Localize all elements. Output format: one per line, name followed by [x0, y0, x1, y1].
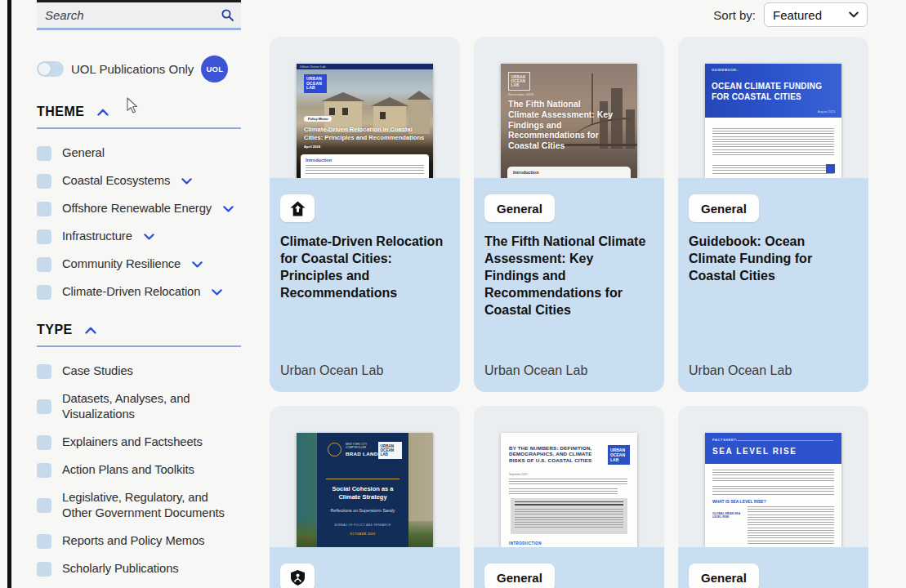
publication-title: Guidebook: Ocean Climate Funding for Coa…: [689, 233, 855, 284]
nyc-comptroller-seal: [328, 443, 341, 457]
uol-logo-badge: UOL: [201, 56, 228, 82]
checkbox[interactable]: [37, 285, 51, 300]
section-divider: [37, 127, 241, 129]
type-filter-legislative[interactable]: Legislative, Regulatory, and Other Gover…: [37, 490, 241, 521]
type-filter-case-studies[interactable]: Case Studies: [37, 363, 241, 379]
filters-sidebar: UOL Publications Only UOL THEME General …: [37, 0, 241, 30]
cover-image-climate-driven-relocation: Urban Ocean Lab URBAN OCEAN LAB Policy M…: [297, 64, 433, 178]
type-filter-scholarly[interactable]: Scholarly Publications: [37, 561, 241, 577]
checkbox[interactable]: [37, 364, 51, 379]
publication-title: The Fifth National Climate Assessment: K…: [484, 233, 650, 318]
type-section-header[interactable]: TYPE: [37, 321, 241, 339]
cover-image-funding-guidebook: GUIDEBOOK: OCEAN CLIMATE FUNDING FOR COA…: [705, 64, 841, 178]
checkbox[interactable]: [37, 562, 51, 577]
card-body: General: [678, 547, 868, 588]
publication-card-ocean-climate-funding-guidebook[interactable]: GUIDEBOOK: OCEAN CLIMATE FUNDING FOR COA…: [678, 37, 868, 392]
theme-filter-climate-driven-relocation[interactable]: Climate-Driven Relocation: [37, 284, 241, 300]
uol-publications-toggle-row: UOL Publications Only UOL: [37, 56, 241, 82]
chevron-down-icon[interactable]: [223, 206, 234, 212]
checkbox[interactable]: [37, 399, 51, 414]
publication-card-fifth-national-climate-assessment[interactable]: URBAN OCEAN LAB November 2023 The Fifth …: [474, 37, 664, 392]
publications-grid: Urban Ocean Lab URBAN OCEAN LAB Policy M…: [270, 37, 868, 588]
search-input[interactable]: [37, 2, 241, 28]
theme-section-header[interactable]: THEME: [37, 103, 241, 121]
card-cover-area: URBAN OCEAN LAB November 2023 The Fifth …: [474, 37, 664, 178]
uol-logo-small: [826, 164, 835, 173]
checkbox[interactable]: [37, 534, 51, 549]
sort-dropdown[interactable]: Featured: [764, 2, 868, 27]
publication-title: Climate-Driven Relocation for Coastal Ci…: [280, 233, 446, 301]
checkbox[interactable]: [37, 146, 51, 161]
publication-card-by-the-numbers[interactable]: BY THE NUMBERS: DEFINITION, DEMOGRAPHICS…: [474, 406, 664, 588]
category-badge: General: [689, 564, 759, 588]
search-box[interactable]: [37, 0, 241, 30]
publication-source: Urban Ocean Lab: [484, 363, 587, 378]
card-cover-area: BY THE NUMBERS: DEFINITION, DEMOGRAPHICS…: [474, 406, 664, 547]
card-body: General Guidebook: Ocean Climate Funding…: [678, 178, 868, 392]
chevron-up-icon[interactable]: [85, 327, 96, 334]
card-body: [270, 547, 460, 588]
category-badge: General: [484, 564, 555, 588]
uol-logo: URBAN OCEAN LAB: [508, 72, 530, 91]
publication-card-social-cohesion[interactable]: NEW YORK CITY COMPTROLLER BRAD LANDER UR…: [270, 406, 460, 588]
uol-logo: URBAN OCEAN LAB: [378, 442, 402, 459]
publication-source: Urban Ocean Lab: [280, 363, 383, 378]
left-edge-bar: [7, 0, 11, 588]
shield-community-icon: [290, 569, 306, 586]
card-cover-area: GUIDEBOOK: OCEAN CLIMATE FUNDING FOR COA…: [678, 37, 868, 178]
type-filter-list: Case Studies Datasets, Analyses, and Vis…: [37, 363, 241, 577]
cover-image-by-the-numbers: BY THE NUMBERS: DEFINITION, DEMOGRAPHICS…: [501, 433, 637, 547]
theme-filter-community-resilience[interactable]: Community Resilience: [37, 256, 241, 272]
cover-image-fifth-nca: URBAN OCEAN LAB November 2023 The Fifth …: [501, 64, 637, 178]
checkbox[interactable]: [37, 174, 51, 189]
card-body: General The Fifth National Climate Asses…: [474, 178, 664, 392]
type-filter-action-plans[interactable]: Action Plans and Toolkits: [37, 462, 241, 478]
theme-filter-offshore-renewable-energy[interactable]: Offshore Renewable Energy: [37, 201, 241, 216]
theme-section-title: THEME: [37, 105, 85, 119]
uol-logo: URBAN OCEAN LAB: [608, 445, 630, 465]
card-cover-area: Urban Ocean Lab URBAN OCEAN LAB Policy M…: [270, 37, 460, 178]
chevron-down-icon: [849, 11, 859, 18]
uol-publications-toggle[interactable]: [37, 61, 64, 77]
chevron-up-icon[interactable]: [97, 109, 109, 116]
cover-image-social-cohesion: NEW YORK CITY COMPTROLLER BRAD LANDER UR…: [297, 433, 433, 547]
chevron-down-icon[interactable]: [192, 261, 203, 268]
chevron-down-icon[interactable]: [181, 178, 192, 185]
checkbox[interactable]: [37, 498, 51, 513]
publication-source: Urban Ocean Lab: [689, 363, 792, 378]
checkbox[interactable]: [37, 229, 51, 244]
sort-by-label: Sort by:: [713, 8, 756, 22]
type-filter-reports[interactable]: Reports and Policy Memos: [37, 533, 241, 549]
cover-image-sea-level-rise: FACTSHEET: SEA LEVEL RISE WHAT IS SEA LE…: [705, 433, 841, 547]
publication-card-sea-level-rise-factsheet[interactable]: FACTSHEET: SEA LEVEL RISE WHAT IS SEA LE…: [678, 406, 868, 588]
card-body: Climate-Driven Relocation for Coastal Ci…: [270, 178, 460, 392]
sort-toolbar: Sort by: Featured: [713, 2, 868, 27]
uol-logo: URBAN OCEAN LAB: [304, 74, 327, 93]
checkbox[interactable]: [37, 202, 51, 216]
category-badge: [280, 564, 315, 588]
type-filter-explainers[interactable]: Explainers and Factsheets: [37, 434, 241, 450]
theme-filter-general[interactable]: General: [37, 145, 241, 161]
card-cover-area: NEW YORK CITY COMPTROLLER BRAD LANDER UR…: [270, 406, 460, 547]
card-cover-area: FACTSHEET: SEA LEVEL RISE WHAT IS SEA LE…: [678, 406, 868, 547]
type-filter-datasets[interactable]: Datasets, Analyses, and Visualizations: [37, 391, 241, 422]
theme-filter-coastal-ecosystems[interactable]: Coastal Ecosystems: [37, 173, 241, 189]
theme-filter-infrastructure[interactable]: Infrastructure: [37, 229, 241, 244]
mouse-cursor: [127, 97, 139, 114]
checkbox[interactable]: [37, 435, 51, 450]
chevron-down-icon[interactable]: [144, 234, 154, 240]
category-badge: [280, 194, 315, 222]
category-badge: General: [484, 194, 555, 222]
theme-filter-list: General Coastal Ecosystems Offshore Rene…: [37, 145, 241, 300]
type-section-title: TYPE: [37, 323, 73, 337]
toggle-knob: [38, 63, 51, 75]
section-divider: [37, 345, 241, 347]
chevron-down-icon[interactable]: [212, 289, 222, 296]
house-relocation-icon: [289, 200, 306, 217]
sort-dropdown-value: Featured: [773, 8, 822, 22]
checkbox[interactable]: [37, 257, 51, 272]
toggle-label: UOL Publications Only: [71, 62, 194, 76]
publication-card-climate-driven-relocation[interactable]: Urban Ocean Lab URBAN OCEAN LAB Policy M…: [270, 37, 460, 392]
checkbox[interactable]: [37, 463, 51, 478]
search-icon[interactable]: [221, 8, 234, 22]
